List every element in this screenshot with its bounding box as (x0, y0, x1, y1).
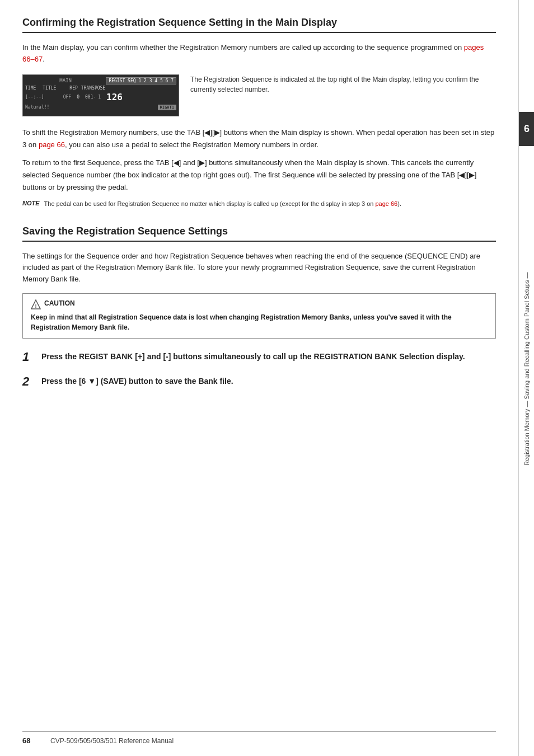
rep-label: REP (69, 86, 77, 91)
footer-page-number: 68 (22, 736, 45, 745)
footer: 68 CVP-509/505/503/501 Reference Manual (22, 731, 496, 745)
big-num: 126 (106, 92, 123, 102)
transpose-label: TRANSPOSE (81, 86, 105, 91)
natural-label: Natural!! (25, 105, 49, 110)
caution-content: ! CAUTION Keep in mind that all Registra… (31, 299, 488, 332)
step2: 2 Press the [6 ▼] (SAVE) button to save … (22, 374, 496, 389)
step2-text: Press the [6 ▼] (SAVE) button to save th… (41, 375, 233, 387)
display-area: MAIN REGIST SEQ 1 2 3 4 5 6 7 TIME TITLE… (22, 74, 496, 116)
sidebar: 6 Registration Memory — Saving and Recal… (518, 0, 534, 756)
main-display-screen: MAIN REGIST SEQ 1 2 3 4 5 6 7 TIME TITLE… (22, 74, 179, 116)
zero-value: 0 (77, 95, 79, 100)
section2: Saving the Registration Sequence Setting… (22, 226, 496, 389)
title-label: TITLE (43, 86, 56, 91)
section1-title: Confirming the Registration Sequence Set… (22, 17, 496, 33)
right-label: RIGHT1 (158, 105, 176, 110)
body-text-1: To shift the Registration Memory numbers… (22, 126, 496, 151)
page-number-tab: 6 (519, 112, 534, 146)
body-text-2: To return to the first Sequence, press t… (22, 157, 496, 194)
section2-intro: The settings for the Sequence order and … (22, 251, 496, 285)
display-caption: The Registration Sequence is indicated a… (190, 74, 496, 95)
section1-intro: In the Main display, you can confirm whe… (22, 42, 496, 65)
step1-text: Press the REGIST BANK [+] and [-] button… (41, 351, 465, 363)
footer-title: CVP-509/505/503/501 Reference Manual (50, 737, 174, 745)
off-label: OFF (63, 95, 71, 100)
note-block: NOTE The pedal can be used for Registrat… (22, 199, 496, 209)
section2-title: Saving the Registration Sequence Setting… (22, 226, 496, 242)
main-label: MAIN (25, 78, 106, 83)
svg-text:!: ! (35, 303, 37, 309)
step2-number: 2 (22, 374, 34, 389)
step1: 1 Press the REGIST BANK [+] and [-] butt… (22, 350, 496, 364)
caution-triangle-icon: ! (31, 299, 41, 309)
regist-seq-label: REGIST SEQ 1 2 3 4 5 6 7 (106, 77, 176, 84)
time-label: TIME (25, 86, 36, 91)
step1-number: 1 (22, 350, 34, 364)
page66-link-1[interactable]: page 66 (39, 140, 65, 149)
note-text: The pedal can be used for Registration S… (44, 199, 401, 209)
note-label: NOTE (22, 200, 40, 206)
time-value: [--:--] (25, 95, 44, 100)
sidebar-tab-label: Registration Memory — Saving and Recalli… (523, 298, 530, 466)
caution-block: ! CAUTION Keep in mind that all Registra… (22, 293, 496, 339)
num2-value: 1 (98, 95, 101, 100)
caution-header: ! CAUTION (31, 299, 488, 309)
page66-link-2[interactable]: page 66 (375, 200, 397, 207)
caution-body-text: Keep in mind that all Registration Seque… (31, 312, 488, 332)
num-value: 001- (85, 95, 96, 100)
caution-title-text: CAUTION (44, 299, 75, 307)
